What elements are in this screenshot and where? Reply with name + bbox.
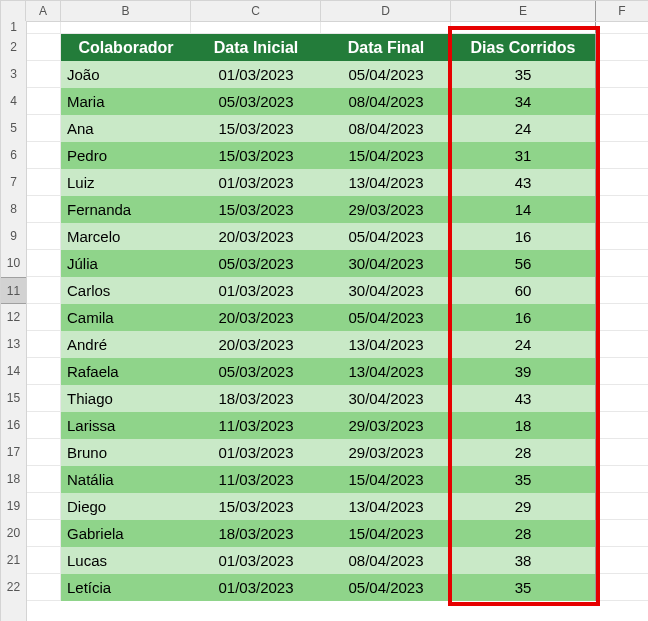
cell-data-inicial[interactable]: 20/03/2023 <box>191 304 321 331</box>
cell-data-final[interactable]: 30/04/2023 <box>321 277 451 304</box>
header-data-final[interactable]: Data Final <box>321 34 451 61</box>
cell-dias-corridos[interactable]: 24 <box>451 331 596 358</box>
row-header-12[interactable]: 12 <box>1 304 26 331</box>
cell-A17[interactable] <box>26 439 61 466</box>
cell-F1[interactable] <box>596 21 648 34</box>
cell-colaborador[interactable]: Júlia <box>61 250 191 277</box>
cell-E1[interactable] <box>451 21 596 34</box>
cell-dias-corridos[interactable]: 35 <box>451 466 596 493</box>
cell-F20[interactable] <box>596 520 648 547</box>
cell-data-final[interactable]: 29/03/2023 <box>321 196 451 223</box>
row-header-18[interactable]: 18 <box>1 466 26 493</box>
cell-data-final[interactable]: 05/04/2023 <box>321 574 451 601</box>
cell-A7[interactable] <box>26 169 61 196</box>
cell-dias-corridos[interactable]: 16 <box>451 304 596 331</box>
cell-colaborador[interactable]: Fernanda <box>61 196 191 223</box>
cell-data-inicial[interactable]: 18/03/2023 <box>191 520 321 547</box>
cell-F9[interactable] <box>596 223 648 250</box>
row-header-7[interactable]: 7 <box>1 169 26 196</box>
cell-data-inicial[interactable]: 15/03/2023 <box>191 196 321 223</box>
cell-data-inicial[interactable]: 01/03/2023 <box>191 574 321 601</box>
row-header-4[interactable]: 4 <box>1 88 26 115</box>
row-header-20[interactable]: 20 <box>1 520 26 547</box>
cell-data-inicial[interactable]: 01/03/2023 <box>191 61 321 88</box>
cell-data-inicial[interactable]: 01/03/2023 <box>191 277 321 304</box>
cell-F6[interactable] <box>596 142 648 169</box>
cell-data-final[interactable]: 05/04/2023 <box>321 304 451 331</box>
cell-colaborador[interactable]: Luiz <box>61 169 191 196</box>
cell-dias-corridos[interactable]: 60 <box>451 277 596 304</box>
cell-data-inicial[interactable]: 11/03/2023 <box>191 466 321 493</box>
row-header-1[interactable]: 1 <box>1 21 26 34</box>
cell-A14[interactable] <box>26 358 61 385</box>
cell-data-final[interactable]: 13/04/2023 <box>321 358 451 385</box>
cell-A11[interactable] <box>26 277 61 304</box>
cell-F16[interactable] <box>596 412 648 439</box>
cell-A16[interactable] <box>26 412 61 439</box>
cell-F22[interactable] <box>596 574 648 601</box>
cell-A8[interactable] <box>26 196 61 223</box>
cell-A6[interactable] <box>26 142 61 169</box>
cell-data-final[interactable]: 15/04/2023 <box>321 142 451 169</box>
column-header-F[interactable]: F <box>596 1 648 21</box>
cell-data-final[interactable]: 08/04/2023 <box>321 88 451 115</box>
row-header-14[interactable]: 14 <box>1 358 26 385</box>
cell-F8[interactable] <box>596 196 648 223</box>
cell-A15[interactable] <box>26 385 61 412</box>
cell-dias-corridos[interactable]: 24 <box>451 115 596 142</box>
cell-dias-corridos[interactable]: 35 <box>451 574 596 601</box>
cell-data-inicial[interactable]: 05/03/2023 <box>191 358 321 385</box>
cell-dias-corridos[interactable]: 34 <box>451 88 596 115</box>
cell-colaborador[interactable]: Carlos <box>61 277 191 304</box>
cell-dias-corridos[interactable]: 28 <box>451 439 596 466</box>
column-header-B[interactable]: B <box>61 1 191 21</box>
cell-A4[interactable] <box>26 88 61 115</box>
cell-dias-corridos[interactable]: 28 <box>451 520 596 547</box>
row-header-5[interactable]: 5 <box>1 115 26 142</box>
cell-F19[interactable] <box>596 493 648 520</box>
cell-colaborador[interactable]: Ana <box>61 115 191 142</box>
cell-data-final[interactable]: 29/03/2023 <box>321 412 451 439</box>
row-header-11[interactable]: 11 <box>1 277 26 304</box>
cell-data-final[interactable]: 13/04/2023 <box>321 331 451 358</box>
cell-colaborador[interactable]: Lucas <box>61 547 191 574</box>
cell-F18[interactable] <box>596 466 648 493</box>
row-header-19[interactable]: 19 <box>1 493 26 520</box>
row-header-9[interactable]: 9 <box>1 223 26 250</box>
cell-colaborador[interactable]: Camila <box>61 304 191 331</box>
select-all-corner[interactable] <box>1 1 26 21</box>
cell-A22[interactable] <box>26 574 61 601</box>
cell-colaborador[interactable]: Diego <box>61 493 191 520</box>
cell-A9[interactable] <box>26 223 61 250</box>
cell-data-inicial[interactable]: 01/03/2023 <box>191 547 321 574</box>
cell-A3[interactable] <box>26 61 61 88</box>
cell-colaborador[interactable]: Rafaela <box>61 358 191 385</box>
cell-A12[interactable] <box>26 304 61 331</box>
cell-dias-corridos[interactable]: 18 <box>451 412 596 439</box>
cell-B1[interactable] <box>61 21 191 34</box>
cell-F17[interactable] <box>596 439 648 466</box>
cell-F5[interactable] <box>596 115 648 142</box>
cell-data-inicial[interactable]: 15/03/2023 <box>191 493 321 520</box>
cell-dias-corridos[interactable]: 43 <box>451 385 596 412</box>
cell-A1[interactable] <box>26 21 61 34</box>
cell-data-final[interactable]: 15/04/2023 <box>321 520 451 547</box>
column-header-E[interactable]: E <box>451 1 596 21</box>
column-header-D[interactable]: D <box>321 1 451 21</box>
cell-A19[interactable] <box>26 493 61 520</box>
cell-dias-corridos[interactable]: 43 <box>451 169 596 196</box>
cell-data-final[interactable]: 29/03/2023 <box>321 439 451 466</box>
row-header-22[interactable]: 22 <box>1 574 26 601</box>
cell-data-inicial[interactable]: 20/03/2023 <box>191 331 321 358</box>
cell-colaborador[interactable]: Larissa <box>61 412 191 439</box>
cell-data-final[interactable]: 30/04/2023 <box>321 250 451 277</box>
cell-data-final[interactable]: 05/04/2023 <box>321 223 451 250</box>
row-header-15[interactable]: 15 <box>1 385 26 412</box>
cell-colaborador[interactable]: Natália <box>61 466 191 493</box>
row-header-3[interactable]: 3 <box>1 61 26 88</box>
cell-F11[interactable] <box>596 277 648 304</box>
cell-colaborador[interactable]: Bruno <box>61 439 191 466</box>
cell-A18[interactable] <box>26 466 61 493</box>
row-header-2[interactable]: 2 <box>1 34 26 61</box>
header-dias-corridos[interactable]: Dias Corridos <box>451 34 596 61</box>
